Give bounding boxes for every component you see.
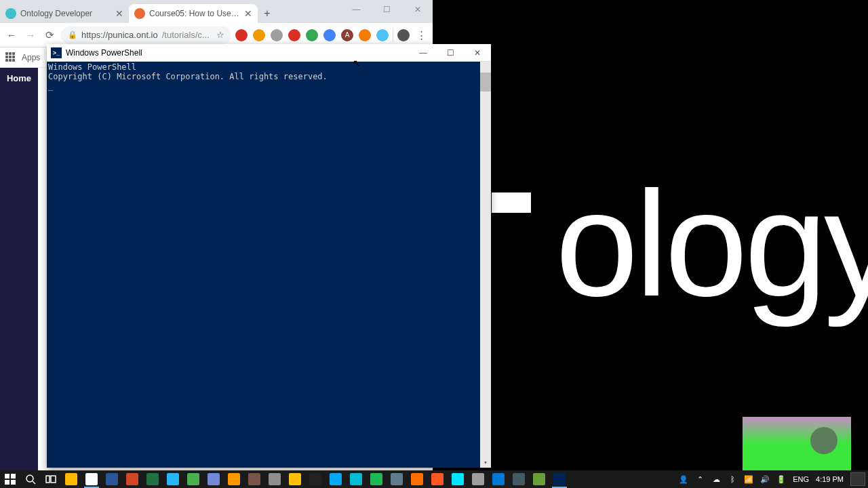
powershell-terminal[interactable]: Windows PowerShell Copyright (C) Microso… — [47, 62, 491, 468]
apps-icon[interactable] — [5, 52, 16, 63]
taskbar-app-app6[interactable] — [346, 470, 366, 488]
taskbar-app-telegram[interactable] — [163, 470, 183, 488]
taskbar-app-app1[interactable] — [224, 470, 244, 488]
taskbar-app-app8[interactable] — [427, 470, 448, 488]
taskbar-app-app7[interactable] — [407, 470, 427, 488]
taskbar-app-app11[interactable] — [529, 470, 549, 488]
taskbar-app-wechat[interactable] — [183, 470, 203, 488]
minimize-button[interactable]: — — [341, 0, 372, 19]
taskbar-app-word[interactable] — [102, 470, 122, 488]
svg-line-5 — [33, 481, 35, 484]
taskbar-app-spotify[interactable] — [366, 470, 387, 488]
language-indicator[interactable]: ENG — [793, 475, 809, 483]
taskbar-app-excel[interactable] — [142, 470, 163, 488]
address-bar[interactable]: 🔒 https://punica.ont.io/tutorials/c... ☆ — [61, 26, 231, 44]
search-button[interactable] — [20, 470, 41, 488]
cloud-icon[interactable]: ☁ — [711, 474, 721, 484]
star-icon[interactable]: ☆ — [216, 30, 224, 40]
maximize-button[interactable]: ☐ — [437, 44, 464, 61]
taskbar-app-app10[interactable] — [468, 470, 488, 488]
close-button[interactable]: ✕ — [402, 0, 433, 19]
wifi-icon[interactable]: 📶 — [744, 474, 753, 484]
taskbar-app-slack[interactable] — [387, 470, 407, 488]
taskbar-app-explorer[interactable] — [61, 470, 81, 488]
taskbar-app-app2[interactable] — [244, 470, 264, 488]
tab-label: Course05: How to Use Rpc/Rest — [149, 9, 241, 18]
apps-label[interactable]: Apps — [22, 53, 40, 62]
taskbar-app-app4[interactable] — [285, 470, 305, 488]
taskbar-apps — [61, 470, 570, 488]
terminal-icon — [513, 473, 525, 485]
extension-icon[interactable] — [288, 29, 300, 41]
taskbar-app-app9[interactable] — [448, 470, 468, 488]
start-button[interactable] — [0, 470, 20, 488]
svg-rect-0 — [5, 474, 9, 479]
notification-center-icon[interactable] — [850, 472, 865, 486]
tray-chevron-icon[interactable]: ⌃ — [695, 474, 705, 484]
powershell-window: >_ Windows PowerShell — ☐ ✕ Windows Powe… — [47, 44, 491, 468]
extension-icon[interactable]: A — [341, 29, 353, 41]
maximize-button[interactable]: ☐ — [372, 0, 402, 19]
tab-close-icon[interactable]: ✕ — [115, 8, 123, 19]
favicon-icon — [5, 8, 16, 19]
powerpoint-icon — [126, 473, 138, 485]
taskbar-app-skype[interactable] — [326, 470, 346, 488]
tab-close-icon[interactable]: ✕ — [244, 8, 252, 19]
task-view-button[interactable] — [41, 470, 61, 488]
tab-course05[interactable]: Course05: How to Use Rpc/Rest ✕ — [129, 4, 258, 23]
taskbar-app-app5[interactable] — [305, 470, 326, 488]
powershell-window-controls: — ☐ ✕ — [410, 44, 491, 61]
extension-icon[interactable] — [253, 29, 265, 41]
close-button[interactable]: ✕ — [464, 44, 491, 61]
forward-button[interactable]: → — [23, 28, 38, 43]
wechat-icon — [187, 473, 199, 485]
extension-icon[interactable] — [271, 29, 283, 41]
people-icon[interactable]: 👤 — [679, 474, 688, 484]
excel-icon — [146, 473, 159, 485]
svg-rect-7 — [51, 476, 56, 483]
app11-icon — [533, 473, 545, 485]
url-path: /tutorials/c... — [162, 30, 210, 40]
windows-taskbar: 👤 ⌃ ☁ ᛒ 📶 🔊 🔋 ENG 4:19 PM — [0, 470, 868, 488]
clock[interactable]: 4:19 PM — [816, 475, 844, 483]
extension-icon[interactable] — [235, 29, 248, 41]
powershell-titlebar[interactable]: >_ Windows PowerShell — ☐ ✕ — [47, 44, 491, 62]
extension-icon[interactable] — [306, 29, 318, 41]
bluetooth-icon[interactable]: ᛒ — [728, 474, 737, 484]
extension-icon[interactable] — [359, 29, 371, 41]
taskbar-app-powershell[interactable] — [549, 470, 570, 488]
taskbar-left — [0, 470, 61, 488]
reload-button[interactable]: ⟳ — [42, 28, 57, 43]
slack-icon — [391, 473, 403, 485]
powershell-icon — [553, 473, 566, 485]
app10-icon — [472, 473, 484, 485]
scrollbar[interactable]: ▴ ▾ — [480, 62, 491, 468]
app8-icon — [431, 473, 443, 485]
taskbar-app-chrome[interactable] — [81, 470, 102, 488]
app2-icon — [248, 473, 260, 485]
new-tab-button[interactable]: + — [258, 4, 277, 23]
battery-icon[interactable]: 🔋 — [776, 474, 786, 484]
taskbar-app-powerpoint[interactable] — [122, 470, 142, 488]
profile-avatar[interactable] — [397, 29, 410, 41]
taskbar-app-vscode[interactable] — [488, 470, 509, 488]
extension-icon[interactable] — [323, 29, 336, 41]
discord-icon — [208, 473, 220, 485]
sound-icon[interactable]: 🔊 — [760, 474, 770, 484]
taskbar-app-terminal[interactable] — [509, 470, 529, 488]
chrome-menu-button[interactable]: ⋮ — [414, 28, 429, 43]
tab-ontology-developer[interactable]: Ontology Developer ✕ — [0, 4, 129, 23]
taskbar-app-app3[interactable] — [264, 470, 285, 488]
minimize-button[interactable]: — — [410, 44, 437, 61]
app1-icon — [228, 473, 240, 485]
app3-icon — [269, 473, 281, 485]
chrome-icon — [85, 473, 98, 485]
svg-point-4 — [26, 475, 33, 482]
taskbar-app-discord[interactable] — [203, 470, 224, 488]
explorer-icon — [65, 473, 77, 485]
back-button[interactable]: ← — [4, 28, 19, 43]
sidebar-home-link[interactable]: Home — [7, 73, 31, 83]
scroll-down-icon[interactable]: ▾ — [480, 457, 491, 468]
extension-icon[interactable] — [376, 29, 389, 41]
scroll-thumb[interactable] — [480, 73, 491, 92]
